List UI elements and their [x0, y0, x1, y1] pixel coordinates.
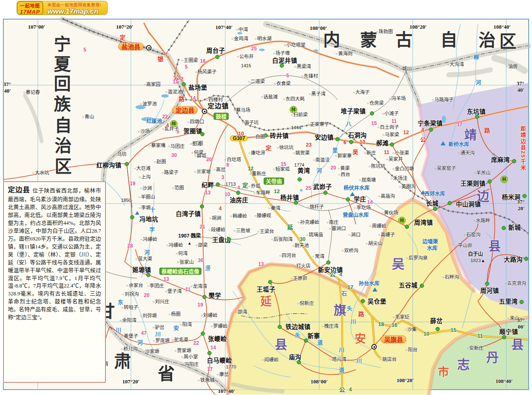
- map-label: 驴岔: [153, 325, 165, 330]
- map-label: 10: [360, 140, 365, 145]
- logo-brand: 一起地图: [20, 2, 40, 9]
- map-label: 21: [200, 224, 205, 229]
- map-label: 林: [500, 176, 508, 183]
- map-label: 罗崾崄: [211, 324, 227, 329]
- settlement-marker: [436, 327, 440, 331]
- map-label: 冯羊场: [389, 96, 406, 101]
- map-label: 17: [457, 122, 462, 127]
- map-label: 1823▲: [470, 258, 485, 263]
- map-label: 杨风渠子: [195, 70, 217, 75]
- map-label: 20: [330, 165, 336, 170]
- map-label: 苗大渠: [135, 257, 152, 262]
- map-label: 白圈: [253, 135, 265, 140]
- map-label: 族: [54, 96, 71, 113]
- map-label: 阎崾崄: [262, 358, 278, 363]
- map-label: 学庄: [354, 196, 366, 203]
- map-label: 平山峁: [456, 243, 472, 248]
- settlement-marker: [201, 331, 205, 336]
- logo-url[interactable]: www.17map.cn: [47, 7, 101, 16]
- map-label: 大水坑: [32, 171, 49, 176]
- map-label: 2: [181, 76, 184, 81]
- map-label: 1907 魏梁: [178, 233, 201, 238]
- map-label: 桥儿沟: [121, 347, 138, 352]
- map-label: 13: [258, 262, 264, 267]
- settlement-marker: [448, 201, 452, 205]
- map-label: 25: [251, 46, 256, 51]
- map-label: 47: [141, 331, 146, 336]
- map-label: 马路海子: [432, 98, 453, 103]
- map-label: 定边镇: [207, 103, 229, 110]
- map-label: 107°20′: [122, 379, 139, 384]
- map-label: 吴家窑子: [434, 166, 456, 171]
- map-label: 14: [210, 345, 216, 350]
- map-label: 大海子: [353, 90, 369, 95]
- map-label: 37°: [517, 317, 525, 323]
- map-label: 22: [162, 114, 167, 119]
- map-label: 邵湾: [235, 310, 247, 315]
- map-label: 高崾子: [378, 233, 395, 238]
- map-label: 王梁台: [257, 229, 274, 234]
- map-label: 11: [392, 119, 397, 124]
- map-label: 公布井: [237, 54, 254, 59]
- map-label: 金鸡湾: [232, 37, 248, 42]
- map-label: 10: [424, 331, 429, 337]
- map-label: 107°20′: [116, 24, 133, 29]
- map-label: 槐庄湾: [322, 324, 338, 329]
- map-label: 定: [266, 145, 271, 151]
- map-label: 定: [120, 34, 126, 40]
- map-label: 5: [286, 73, 289, 78]
- info-body: 位于陕西省西北部，榆林市最西端，毛乌素沙漠的南部边缘。处陕北黄土高原、风沙高原过…: [8, 187, 101, 320]
- map-label: 28: [127, 243, 133, 248]
- map-label: 边墙渠: [422, 239, 438, 245]
- map-label: 堆子梁镇: [341, 108, 366, 115]
- map-label: 15: [451, 328, 456, 333]
- map-label: 小张渠: [392, 151, 409, 156]
- map-label: 大路沟: [504, 257, 523, 263]
- map-label: 兰家坡: [194, 169, 211, 174]
- map-label: 108°00′: [310, 25, 327, 31]
- map-label: 白于山: [468, 252, 483, 257]
- map-label: 阳湾: [180, 322, 192, 327]
- settlement-marker: [512, 159, 516, 163]
- map-label: 25: [305, 186, 311, 191]
- map-label: 毛家砭: [393, 315, 409, 320]
- map-label: 头: [295, 332, 300, 338]
- map-label: 公: [420, 137, 426, 142]
- map-label: 川: [155, 331, 160, 337]
- settlement-marker: [522, 194, 527, 198]
- map-label: 17: [347, 285, 353, 290]
- map-label: 水库: [427, 246, 437, 251]
- map-label: 东: [118, 299, 123, 305]
- map-label: 志: [457, 358, 470, 371]
- settlement-marker: [502, 226, 506, 230]
- map-label: 先锋村: [301, 74, 318, 79]
- map-label: 郭家寨: [335, 154, 352, 159]
- map-label: 18: [378, 322, 384, 327]
- map-label: 白泥井镇: [272, 58, 297, 64]
- map-label: 县: [488, 240, 501, 253]
- map-label: 小圪塔堂: [284, 43, 305, 48]
- map-label: 上沟: [139, 175, 151, 180]
- settlement-marker: [361, 299, 365, 303]
- map-label: 19: [130, 181, 135, 186]
- map-label: 禾场洼: [391, 176, 407, 181]
- map-label: 铁角城: [198, 378, 214, 383]
- site-logo[interactable]: 一起地图 17MAP 本图由一起地图网收集整理! www.17map.cn: [17, 1, 108, 15]
- map-label: 冯地坑: [140, 216, 158, 223]
- settlement-marker: [125, 162, 129, 166]
- map-label: 王原峁: [291, 276, 307, 281]
- map-label: 余阳湾: [120, 318, 136, 323]
- map-label: 黄湾: [298, 168, 310, 174]
- map-label: 王渠则镇: [461, 181, 485, 187]
- map-label: 姚店台: [380, 357, 397, 362]
- map-label: 徐坑坑: [277, 145, 293, 150]
- map-label: 转咀子: [121, 305, 138, 310]
- map-label: 黑子湾: [309, 92, 325, 97]
- map-label: 杨井镇: [281, 195, 299, 201]
- settlement-marker: [215, 55, 219, 59]
- map-label: 康岔: [217, 372, 229, 377]
- map-label: 李塬: [139, 206, 151, 211]
- map-label: 107°40′: [215, 25, 232, 30]
- map-label: 海子坑: [242, 120, 259, 125]
- map-label: 公: [330, 271, 335, 277]
